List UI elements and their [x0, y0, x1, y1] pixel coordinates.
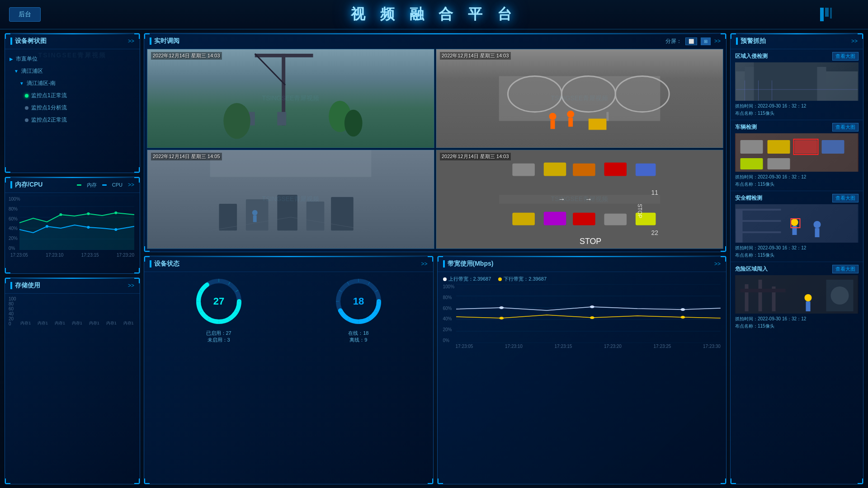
bandwidth-expand[interactable]: >>	[714, 261, 721, 267]
alert-danger-header: 危险区域闯入 查看大图	[735, 265, 859, 273]
alert-section-vehicle: 车辆检测 查看大图	[731, 120, 863, 191]
alert-expand[interactable]: >>	[851, 38, 858, 44]
alert-helmet-image	[735, 204, 859, 243]
svg-point-10	[114, 211, 117, 214]
donut-enabled-svg: 27	[194, 277, 244, 326]
svg-text:→: →	[585, 195, 592, 203]
view-intrusion-btn[interactable]: 查看大图	[832, 52, 859, 61]
view-vehicle-btn[interactable]: 查看大图	[832, 123, 859, 131]
alert-section-helmet: 安全帽检测 查看大图	[731, 191, 863, 262]
video-timestamp-1: 2022年12月14日 星期三 14:03	[151, 52, 222, 60]
cpu-expand[interactable]: >>	[128, 182, 134, 188]
bw-y-labels: 100% 80% 60% 40% 20% 0%	[443, 284, 455, 343]
bar-chart-bars	[18, 296, 136, 319]
svg-rect-55	[604, 214, 627, 225]
intrusion-svg	[735, 62, 859, 101]
device-status-expand[interactable]: >>	[421, 261, 427, 267]
device-status-panel: 设备状态 >>	[144, 256, 434, 484]
alert-helmet-header: 安全帽检测 查看大图	[735, 194, 859, 202]
header-decorations	[820, 8, 832, 21]
status-dot	[25, 106, 28, 110]
svg-point-122	[791, 219, 798, 226]
upload-legend: 上行带宽：2.39687	[443, 276, 491, 282]
svg-rect-15	[255, 54, 313, 57]
realtime-title: 实时调阅	[150, 37, 179, 45]
svg-text:STOP: STOP	[580, 237, 601, 246]
tree-item[interactable]: 监控点1分析流	[5, 102, 140, 114]
cpu-legend: 内存 CPU >>	[77, 182, 134, 188]
main-layout: 设备树状图 >> TSINGSEE青犀视频 ▶ 市直单位 ▼ 滴江浦区 ▼ 滴江…	[0, 29, 868, 488]
tree-item[interactable]: 监控点1正常流	[5, 89, 140, 102]
memory-legend-dot	[77, 184, 81, 186]
svg-rect-47	[512, 164, 535, 176]
svg-rect-112	[795, 140, 817, 154]
cpu-chart-svg	[19, 196, 134, 250]
svg-text:STOP: STOP	[637, 204, 643, 218]
alert-intrusion-meta: 抓拍时间：2022-09-30 16：32：12 布点名称：115像头	[735, 103, 859, 117]
title-icon	[10, 38, 12, 45]
donut-online-labels: 在线：18 离线：9	[348, 330, 368, 343]
svg-point-135	[831, 286, 849, 305]
title-icon	[10, 282, 12, 289]
split-1-btn[interactable]: ⬜	[685, 38, 697, 45]
back-button[interactable]: 后台	[9, 7, 41, 22]
device-status-title: 设备状态	[150, 260, 179, 268]
alert-title: 预警抓拍	[736, 37, 766, 45]
video-cell-1[interactable]: 2022年12月14日 星期三 14:03 TSINGSEE青犀视频	[147, 49, 434, 148]
bw-chart-wrapper: 100% 80% 60% 40% 20% 0%	[443, 284, 721, 343]
storage-expand[interactable]: >>	[128, 282, 134, 289]
svg-rect-118	[736, 209, 743, 243]
tree-item[interactable]: 监控点2正常流	[5, 114, 140, 126]
status-dot	[25, 118, 28, 122]
svg-rect-111	[768, 140, 790, 154]
device-tree-expand[interactable]: >>	[128, 38, 134, 44]
status-dot	[25, 94, 28, 98]
video-cell-2[interactable]: 2022年12月14日 星期三 14:03 TSINGSEE青犀视频	[436, 49, 723, 148]
video-cell-3[interactable]: 2022年12月14日 星期三 14:05 TSINGSEE青犀视频	[147, 150, 434, 249]
alert-vehicle-header: 车辆检测 查看大图	[735, 123, 859, 131]
svg-rect-27	[551, 120, 555, 129]
alert-intrusion-header: 区域入侵检测 查看大图	[735, 52, 859, 61]
device-tree-panel: 设备树状图 >> TSINGSEE青犀视频 ▶ 市直单位 ▼ 滴江浦区 ▼ 滴江…	[5, 33, 140, 173]
video-cell-4[interactable]: → → STOP	[436, 150, 723, 249]
donut-enabled-labels: 已启用：27 未启用：3	[206, 330, 231, 343]
svg-point-28	[567, 111, 574, 118]
svg-rect-34	[246, 199, 269, 230]
svg-point-96	[499, 306, 504, 309]
svg-rect-29	[568, 118, 573, 127]
intrusion-scene	[735, 62, 859, 101]
split-4-btn[interactable]: ⊞	[701, 38, 711, 45]
svg-point-40	[252, 210, 258, 216]
device-status-header: 设备状态 >>	[144, 256, 433, 272]
device-tree-title: 设备树状图	[10, 37, 47, 45]
svg-point-97	[590, 305, 594, 308]
svg-point-12	[87, 226, 90, 229]
svg-rect-129	[759, 280, 762, 311]
tree-arrow: ▼	[14, 69, 19, 74]
svg-point-13	[114, 228, 117, 231]
view-helmet-btn[interactable]: 查看大图	[832, 194, 859, 202]
svg-rect-18	[277, 112, 286, 126]
cpu-chart-area: 100% 80% 60% 40% 20% 0%	[5, 193, 140, 252]
storage-panel: 存储使用 >> 100 80 60 40 20 0	[5, 277, 140, 484]
parking-svg: → → STOP	[436, 150, 723, 249]
danger-scene	[735, 275, 859, 314]
bandwidth-legend: 上行带宽：2.39687 下行带宽：2.39687	[443, 276, 721, 282]
upload-dot	[443, 277, 447, 281]
realtime-expand[interactable]: >>	[714, 38, 721, 44]
svg-point-101	[680, 316, 685, 319]
storage-chart: 100 80 60 40 20 0	[5, 294, 140, 328]
svg-rect-110	[741, 140, 763, 154]
svg-rect-30	[589, 119, 607, 130]
svg-point-21	[344, 110, 363, 136]
tree-item[interactable]: ▶ 市直单位	[5, 53, 140, 65]
helmet-svg	[735, 204, 859, 243]
svg-rect-43	[499, 195, 660, 204]
alert-danger-image	[735, 275, 859, 314]
tree-item[interactable]: ▼ 滴江浦区	[5, 65, 140, 77]
title-icon	[736, 38, 738, 45]
bw-x-labels: 17:23:05 17:23:10 17:23:15 17:23:20 17:2…	[443, 344, 721, 349]
chart-y-labels: 100% 80% 60% 40% 20% 0%	[9, 197, 20, 251]
tree-item[interactable]: ▼ 滴江浦区-南	[5, 77, 140, 89]
view-danger-btn[interactable]: 查看大图	[832, 265, 859, 273]
